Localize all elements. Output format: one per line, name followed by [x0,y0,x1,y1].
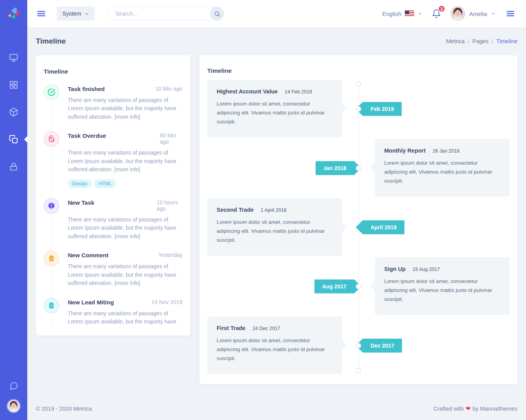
message-circle-icon [9,381,18,390]
sidebar-nav [0,44,27,180]
monitor-icon [9,53,18,62]
avatar-image [7,400,20,412]
activity-body: New Lead Miting 14 Nov 2019 There are ma… [68,298,182,326]
search-input[interactable] [107,7,224,21]
app-window: System English 2 [0,0,526,420]
activity-title: Task Overdue [68,131,106,145]
timeline-entry-date: 1 April 2018 [261,207,286,213]
activity-item: Task finished 10 Min ago There are many … [44,84,182,132]
activity-body: Task Overdue 50 Min ago There are many v… [68,131,182,188]
grid-icon [9,80,18,90]
timeline-entry-card: Sign Up 15 Aug 2017 Lorem ipsum dolor si… [375,257,510,315]
timeline-start-node [356,81,361,87]
copyright-text: © 2019 - 2020 Metrica [36,406,92,412]
timeline-entry-text: Lorem ipsum dolor sit amet, consectetur … [217,218,333,244]
tag-badge: Design [68,179,92,188]
timeline-date-badge: Aug 2017 [314,279,361,293]
timeline-entry-date: 26 Jan 2018 [432,148,459,154]
activity-item: Task Overdue 50 Min ago There are many v… [44,131,182,198]
timeline-entry-title: First Trade [217,325,245,331]
timeline-date-badge: Feb 2019 [356,102,402,116]
sidebar [0,0,27,420]
activity-text: There are many variations of passages of… [68,96,182,121]
sidebar-item-authentication[interactable] [0,153,27,180]
check-circle-icon [44,84,59,100]
avatar-image [450,6,465,21]
breadcrumb-current: Timeline [496,38,517,44]
activity-title: Task finished [68,84,105,92]
timeline-entry-text: Lorem ipsum dolor sit amet, consectetur … [217,336,333,363]
user-menu[interactable]: Amelia [450,6,496,21]
card-title: Timeline [207,67,510,74]
breadcrumb-separator: / [465,38,473,44]
timeline-entry-title: Highest Account Value [217,88,278,95]
breadcrumb-pages[interactable]: Pages [473,38,489,44]
credits-suffix: by Mannatthemes [473,406,517,412]
timeline-entry-card: First Trade 24 Dec 2017 Lorem ipsum dolo… [207,316,342,374]
activity-time: 10 hours ago [157,198,182,212]
breadcrumb-separator: / [489,38,496,44]
activity-body: Task finished 10 Min ago There are many … [68,84,182,121]
sidebar-item-widgets[interactable] [0,98,27,126]
app-logo[interactable] [0,0,27,27]
timeline-entry-title: Sign Up [384,266,406,272]
language-label: English [382,11,401,17]
system-dropdown-label: System [62,11,81,17]
credits-prefix: Crafted with [434,406,464,412]
cards-row: Timeline Task finished 10 Min ago There … [36,55,517,384]
timeline-node [356,343,361,348]
footer: © 2019 - 2020 Metrica Crafted with ❤ by … [27,397,526,420]
copy-pages-icon [9,135,18,144]
activity-text: There are many variations of passages of… [68,149,182,174]
activity-text: There are many variations of passages of… [68,216,182,241]
timeline-entry-card: Monthly Report 26 Jan 2018 Lorem ipsum d… [375,139,510,197]
main-content: Timeline Metrica / Pages / Timeline Time… [27,27,526,397]
chevron-down-icon [418,11,422,16]
active-item-indicator [24,136,27,142]
align-menu-icon [506,9,515,18]
sidebar-bottom [7,381,21,420]
notification-count-badge: 2 [438,5,445,12]
breadcrumb-metrica[interactable]: Metrica [446,38,465,44]
timeline-item: Sign Up 15 Aug 2017 Lorem ipsum dolor si… [207,257,510,316]
timeline-entry-date: 15 Aug 2017 [413,267,440,272]
activity-text: There are many variations of passages of… [68,262,182,288]
user-name: Amelia [469,11,487,17]
timeline-node [356,106,361,112]
activity-timeline-card: Timeline Task finished 10 Min ago There … [36,55,190,336]
notifications-button[interactable]: 2 [431,8,442,19]
sidebar-item-pages[interactable] [0,126,27,153]
timeline-entry-title: Second Trade [217,207,254,213]
activity-title: New Lead Miting [68,298,114,306]
search-bar [107,7,224,21]
activity-item: New Task 10 hours ago There are many var… [44,198,182,251]
sidebar-user-avatar[interactable] [7,399,21,413]
timeline-node [356,284,361,289]
timeline-date-badge: Dec 2017 [356,339,402,353]
menu-toggle-button[interactable] [35,7,48,20]
package-icon [9,107,18,117]
timeline-node [356,165,361,171]
chat-button[interactable] [9,381,18,390]
credits: Crafted with ❤ by Mannatthemes [434,405,517,412]
timeline-entry-card: Highest Account Value 14 Feb 2019 Lorem … [207,80,342,137]
clipboard-alert-icon [44,298,59,313]
timeline-date-badge: Jan 2018 [316,161,361,175]
system-dropdown[interactable]: System [57,7,95,21]
sidebar-item-dashboard[interactable] [0,44,27,71]
logo-icon [7,7,20,20]
timeline-item: Monthly Report 26 Jan 2018 Lorem ipsum d… [207,139,510,197]
timeline: Highest Account Value 14 Feb 2019 Lorem … [207,78,510,375]
language-selector[interactable]: English [382,11,422,17]
activity-title: New Comment [68,251,108,258]
sidebar-item-apps[interactable] [0,71,27,98]
search-button[interactable] [210,7,224,21]
card-title: Timeline [44,68,182,75]
activity-text: There are many variations of passages of… [68,309,182,326]
page-title: Timeline [36,37,66,46]
settings-menu-button[interactable] [504,7,517,20]
timeline-date-badge: April 2018 [356,220,404,234]
user-avatar [450,6,465,21]
timeline-item: Highest Account Value 14 Feb 2019 Lorem … [207,80,510,138]
timeline-entry-text: Lorem ipsum dolor sit amet, consectetur … [217,99,333,126]
